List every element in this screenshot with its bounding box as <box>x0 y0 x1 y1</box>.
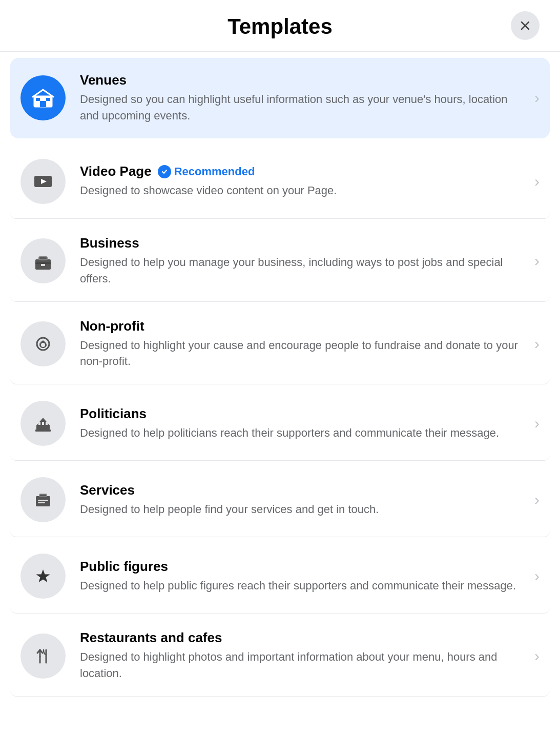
template-item-politicians[interactable]: Politicians Designed to help politicians… <box>10 386 550 461</box>
restaurants-name: Restaurants and cafes <box>80 630 222 646</box>
nonprofit-icon-circle <box>20 321 66 366</box>
svg-rect-5 <box>36 98 40 101</box>
checkmark-icon <box>160 168 169 176</box>
services-chevron: › <box>534 491 540 508</box>
svg-point-16 <box>41 343 45 347</box>
business-name: Business <box>80 235 139 251</box>
nonprofit-desc: Designed to highlight your cause and enc… <box>80 337 524 370</box>
header: Templates <box>0 0 560 52</box>
template-list: Venues Designed so you can highlight use… <box>0 58 560 697</box>
services-name-row: Services <box>80 482 524 498</box>
template-item-restaurants[interactable]: Restaurants and cafes Designed to highli… <box>10 616 550 697</box>
services-name: Services <box>80 482 135 498</box>
recommended-badge: Recommended <box>158 165 255 178</box>
services-icon-circle <box>20 477 66 522</box>
politicians-name-row: Politicians <box>80 406 524 422</box>
politicians-content: Politicians Designed to help politicians… <box>80 406 524 441</box>
venues-name-row: Venues <box>80 72 524 88</box>
venues-chevron: › <box>534 89 540 107</box>
video-page-desc: Designed to showcase video content on yo… <box>80 182 524 199</box>
politicians-desc: Designed to help politicians reach their… <box>80 425 524 441</box>
services-desc: Designed to help people find your servic… <box>80 501 524 518</box>
svg-rect-22 <box>42 422 44 425</box>
template-item-business[interactable]: Business Designed to help you manage you… <box>10 221 550 302</box>
business-icon <box>32 250 54 272</box>
public-figures-desc: Designed to help public figures reach th… <box>80 578 524 594</box>
svg-marker-27 <box>36 569 50 582</box>
svg-point-9 <box>160 168 169 176</box>
public-figures-name-row: Public figures <box>80 559 524 575</box>
template-item-nonprofit[interactable]: Non-profit Designed to highlight your ca… <box>10 304 550 385</box>
svg-rect-23 <box>36 496 50 506</box>
politicians-icon <box>32 413 54 434</box>
business-desc: Designed to help you manage your busines… <box>80 254 524 287</box>
restaurants-icon <box>32 645 54 667</box>
venues-name: Venues <box>80 72 127 88</box>
nonprofit-content: Non-profit Designed to highlight your ca… <box>80 318 524 370</box>
nonprofit-icon <box>32 333 54 355</box>
svg-rect-18 <box>35 430 51 432</box>
restaurants-desc: Designed to highlight photos and importa… <box>80 649 524 682</box>
video-page-content: Video Page Recommended Designed to showc… <box>80 163 524 199</box>
services-content: Services Designed to help people find yo… <box>80 482 524 518</box>
svg-rect-24 <box>39 494 47 497</box>
business-icon-circle <box>20 238 66 283</box>
public-figures-content: Public figures Designed to help public f… <box>80 559 524 594</box>
restaurants-icon-circle <box>20 633 66 679</box>
svg-rect-20 <box>38 422 40 425</box>
nonprofit-name: Non-profit <box>80 318 144 334</box>
check-icon <box>158 165 171 178</box>
template-item-services[interactable]: Services Designed to help people find yo… <box>10 463 550 537</box>
svg-rect-14 <box>35 262 51 264</box>
nonprofit-name-row: Non-profit <box>80 318 524 334</box>
publicfigures-icon <box>32 565 54 587</box>
public-figures-name: Public figures <box>80 559 168 575</box>
venues-desc: Designed so you can highlight useful inf… <box>80 91 524 124</box>
video-page-chevron: › <box>534 173 540 190</box>
svg-rect-4 <box>40 101 46 107</box>
politicians-icon-circle <box>20 401 66 446</box>
recommended-label: Recommended <box>174 165 255 178</box>
services-icon <box>32 489 54 510</box>
venues-content: Venues Designed so you can highlight use… <box>80 72 524 124</box>
politicians-chevron: › <box>534 415 540 432</box>
restaurants-chevron: › <box>534 647 540 665</box>
video-page-name-row: Video Page Recommended <box>80 163 524 179</box>
template-item-public-figures[interactable]: Public figures Designed to help public f… <box>10 539 550 614</box>
nonprofit-chevron: › <box>534 335 540 353</box>
close-icon <box>519 19 531 32</box>
video-page-name: Video Page <box>80 163 152 179</box>
business-name-row: Business <box>80 235 524 251</box>
page-title: Templates <box>227 14 333 39</box>
template-item-video-page[interactable]: Video Page Recommended Designed to showc… <box>10 145 550 219</box>
business-chevron: › <box>534 252 540 270</box>
video-page-icon-circle <box>20 159 66 204</box>
svg-rect-6 <box>46 98 50 101</box>
close-button[interactable] <box>511 11 540 40</box>
restaurants-content: Restaurants and cafes Designed to highli… <box>80 630 524 682</box>
public-figures-chevron: › <box>534 567 540 585</box>
video-icon <box>32 171 54 192</box>
venues-icon-circle <box>20 75 66 120</box>
restaurants-name-row: Restaurants and cafes <box>80 630 524 646</box>
svg-rect-21 <box>46 422 48 425</box>
venues-icon <box>32 87 54 109</box>
politicians-name: Politicians <box>80 406 147 422</box>
template-item-venues[interactable]: Venues Designed so you can highlight use… <box>10 58 550 138</box>
public-figures-icon-circle <box>20 554 66 599</box>
business-content: Business Designed to help you manage you… <box>80 235 524 287</box>
